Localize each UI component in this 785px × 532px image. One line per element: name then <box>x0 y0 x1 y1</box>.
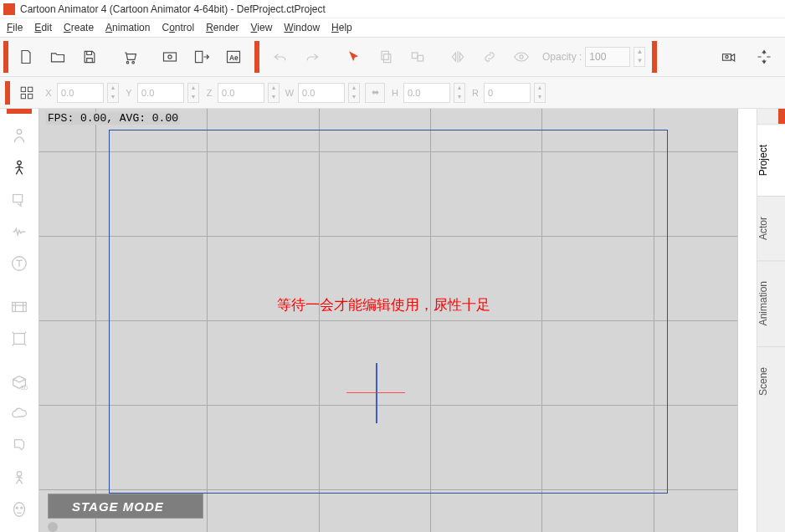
text-tool[interactable] <box>7 251 32 276</box>
lock-ratio-button[interactable]: ⬌ <box>365 83 385 103</box>
export-button[interactable] <box>187 43 216 71</box>
svg-rect-23 <box>14 334 25 345</box>
audio-tool[interactable] <box>7 219 32 244</box>
menu-help[interactable]: Help <box>331 22 352 33</box>
duplicate-button[interactable] <box>403 43 432 71</box>
transform-toolbar: X ▲▼ Y ▲▼ Z ▲▼ W ▲▼ ⬌ H ▲▼ R ▲▼ <box>0 77 785 109</box>
menu-control[interactable]: Control <box>162 22 194 33</box>
toolbar-separator-icon <box>652 41 657 73</box>
w-spinner[interactable]: ▲▼ <box>348 83 360 103</box>
svg-text:3D: 3D <box>21 385 28 391</box>
svg-point-28 <box>21 507 23 509</box>
svg-point-11 <box>520 55 523 59</box>
flip-h-button[interactable] <box>444 43 472 71</box>
svg-rect-15 <box>28 87 33 91</box>
undo-button[interactable] <box>266 43 295 71</box>
menu-animation[interactable]: Animation <box>105 22 150 33</box>
menu-create[interactable]: Create <box>64 22 94 33</box>
x-spinner[interactable]: ▲▼ <box>107 83 119 103</box>
z-label: Z <box>204 88 214 98</box>
svg-rect-9 <box>412 53 418 59</box>
svg-rect-2 <box>164 53 177 61</box>
menu-window[interactable]: Window <box>284 22 320 33</box>
media-tool[interactable] <box>7 294 32 320</box>
toolbar-accent-icon <box>3 41 8 73</box>
select-tool-button[interactable] <box>340 43 368 71</box>
title-bar: Cartoon Animator 4 (Cartoon Animator 4-6… <box>0 0 785 18</box>
menu-edit[interactable]: Edit <box>34 22 52 33</box>
tab-animation[interactable]: Animation <box>757 260 785 345</box>
zoom-fit-button[interactable] <box>750 43 778 71</box>
opacity-input[interactable] <box>585 47 630 67</box>
rig-tool[interactable] <box>7 326 32 351</box>
y-input[interactable] <box>137 83 184 103</box>
menu-view[interactable]: View <box>251 22 273 33</box>
coord-h: H ▲▼ <box>390 83 465 103</box>
coord-x: X ▲▼ <box>44 83 119 103</box>
r-spinner[interactable]: ▲▼ <box>534 83 546 103</box>
crosshair-v-icon <box>376 363 377 423</box>
svg-text:Ae: Ae <box>229 54 239 62</box>
paper-tool[interactable] <box>7 433 32 458</box>
coord-w: W ▲▼ <box>285 83 360 103</box>
r-label: R <box>470 88 480 98</box>
coord-y: Y ▲▼ <box>124 83 199 103</box>
right-gutter <box>745 109 757 532</box>
canvas-viewport[interactable]: FPS: 0.00, AVG: 0.00 等待一会才能编辑使用，尿性十足 STA… <box>38 109 738 532</box>
market-button[interactable] <box>115 43 144 71</box>
svg-point-13 <box>726 55 728 58</box>
menu-file[interactable]: File <box>7 22 23 33</box>
copy-button[interactable] <box>372 43 400 71</box>
y-spinner[interactable]: ▲▼ <box>187 83 199 103</box>
main-area: 3D FPS: 0.00, AVG: 0.00 等待一会才能编辑使用 <box>0 109 785 532</box>
redo-button[interactable] <box>298 43 326 71</box>
cloud-tool[interactable] <box>7 402 32 427</box>
r-input[interactable] <box>484 83 531 103</box>
sprite-tool[interactable] <box>7 187 32 212</box>
h-spinner[interactable]: ▲▼ <box>454 83 465 103</box>
svg-rect-14 <box>21 87 25 91</box>
w-input[interactable] <box>298 83 345 103</box>
bone-tool[interactable] <box>7 156 32 181</box>
z-input[interactable] <box>218 83 264 103</box>
preview-button[interactable] <box>156 43 184 71</box>
x-input[interactable] <box>57 83 104 103</box>
svg-rect-16 <box>21 94 25 98</box>
link-button[interactable] <box>475 43 504 71</box>
toolbar-accent-icon <box>5 81 10 105</box>
stage-mode-badge: STAGE MODE <box>48 494 203 519</box>
window-title: Cartoon Animator 4 (Cartoon Animator 4-6… <box>20 3 326 15</box>
svg-point-19 <box>18 161 22 165</box>
svg-point-1 <box>132 61 135 64</box>
svg-point-26 <box>14 503 25 517</box>
tab-accent-icon <box>757 109 785 124</box>
tab-scene[interactable]: Scene <box>757 346 785 416</box>
new-file-button[interactable] <box>12 43 40 71</box>
w-label: W <box>285 88 295 98</box>
h-input[interactable] <box>403 83 450 103</box>
opacity-label: Opacity : <box>542 51 582 63</box>
ae-export-button[interactable]: Ae <box>219 43 248 71</box>
svg-point-0 <box>126 61 129 64</box>
3d-tool[interactable]: 3D <box>7 370 32 395</box>
grid-view-button[interactable] <box>15 81 38 105</box>
face-tool[interactable] <box>7 497 32 522</box>
app-logo-icon <box>3 3 15 15</box>
tab-project[interactable]: Project <box>757 124 785 196</box>
tab-actor[interactable]: Actor <box>757 196 785 260</box>
save-file-button[interactable] <box>75 43 104 71</box>
visibility-button[interactable] <box>507 43 536 71</box>
svg-rect-7 <box>382 51 388 59</box>
camera-button[interactable] <box>715 43 743 71</box>
horizontal-scrollbar[interactable] <box>48 522 58 530</box>
svg-rect-20 <box>13 195 23 202</box>
open-file-button[interactable] <box>44 43 72 71</box>
svg-rect-10 <box>418 55 423 61</box>
menu-render[interactable]: Render <box>206 22 239 33</box>
character-tool[interactable] <box>7 124 32 149</box>
z-spinner[interactable]: ▲▼ <box>268 83 280 103</box>
effects-tool[interactable] <box>7 465 32 490</box>
coord-z: Z ▲▼ <box>204 83 280 103</box>
opacity-spinner[interactable]: ▲▼ <box>634 47 645 67</box>
menu-bar: File Edit Create Animation Control Rende… <box>0 18 785 37</box>
